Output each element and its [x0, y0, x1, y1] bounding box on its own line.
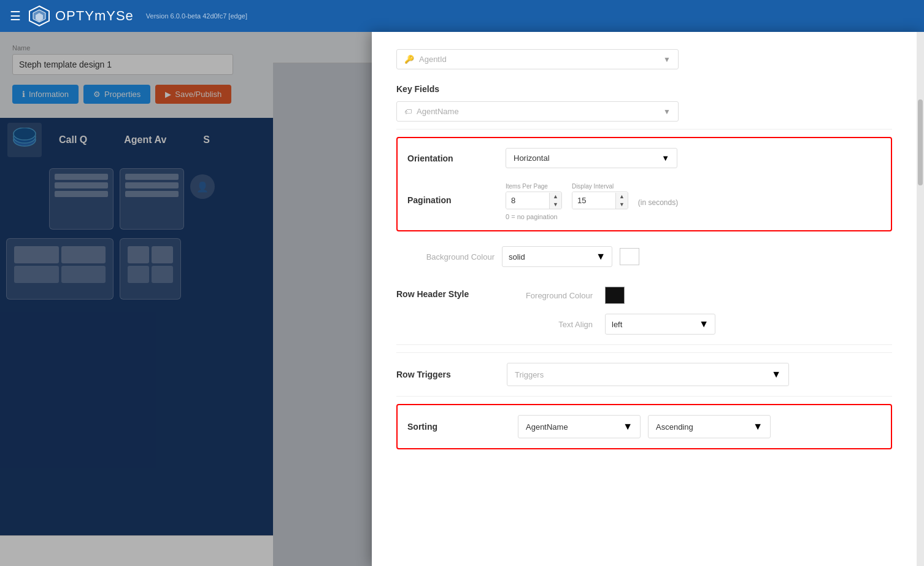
background-colour-select[interactable]: solid ▼ — [502, 246, 612, 267]
app-logo: OPTYmYSe — [28, 5, 134, 27]
triggers-placeholder: Triggers — [515, 370, 771, 379]
text-align-value: left — [612, 320, 699, 329]
orientation-chevron-icon: ▼ — [661, 153, 669, 163]
background-colour-type: solid — [509, 252, 596, 262]
row-header-fields: Foreground Colour Text Align left ▼ — [507, 287, 715, 335]
pagination-controls: Items Per Page ▲ ▼ — [506, 180, 678, 220]
agent-name-chevron-icon: ▼ — [663, 107, 671, 116]
row-triggers-label: Row Triggers — [396, 370, 495, 379]
display-interval-input[interactable] — [572, 192, 615, 209]
items-per-page-spinners: ▲ ▼ — [549, 193, 561, 209]
modal-scrollbar-thumb — [918, 99, 923, 185]
in-seconds-label: (in seconds) — [638, 198, 678, 207]
text-align-select[interactable]: left ▼ — [605, 314, 715, 335]
agent-name-dropdown[interactable]: 🏷 AgentName ▼ — [396, 101, 679, 122]
sort-order-value: Ascending — [656, 422, 753, 432]
orientation-value: Horizontal — [514, 153, 661, 163]
display-interval-input-wrapper: ▲ ▼ — [572, 192, 628, 209]
display-interval-label: Display Interval — [572, 183, 628, 190]
sort-field-value: AgentName — [526, 422, 623, 432]
sort-order-chevron-icon: ▼ — [753, 421, 763, 432]
agent-id-text: AgentId — [419, 55, 447, 64]
background-colour-row: Background Colour solid ▼ — [396, 246, 892, 267]
key-fields-title: Key Fields — [396, 84, 892, 94]
sorting-row: Sorting AgentName ▼ Ascending ▼ — [407, 415, 881, 438]
main-area: ✏️ Designer Name ℹ Information ⚙ Propert… — [0, 32, 924, 566]
chevron-down-icon: ▼ — [663, 55, 671, 64]
display-interval-group: Display Interval ▲ ▼ — [572, 183, 628, 209]
key-icon: 🔑 — [404, 55, 414, 64]
items-per-page-input[interactable] — [506, 192, 549, 209]
row-header-section: Background Colour solid ▼ Row Header Sty… — [396, 239, 892, 353]
background-colour-swatch[interactable] — [620, 248, 639, 265]
sorting-dropdowns: AgentName ▼ Ascending ▼ — [518, 415, 771, 438]
bg-colour-chevron-icon: ▼ — [596, 251, 606, 262]
background-colour-label: Background Colour — [396, 252, 495, 262]
display-interval-down[interactable]: ▼ — [616, 201, 628, 209]
agent-id-dropdown[interactable]: 🔑 AgentId ▼ — [396, 49, 679, 69]
agent-id-row: 🔑 AgentId ▼ — [396, 49, 892, 69]
foreground-colour-label: Foreground Colour — [507, 291, 593, 300]
items-per-page-down[interactable]: ▼ — [550, 201, 561, 209]
tag-icon: 🏷 — [404, 107, 412, 116]
items-per-page-group: Items Per Page ▲ ▼ — [506, 183, 562, 209]
triggers-dropdown[interactable]: Triggers ▼ — [507, 363, 789, 386]
orientation-pagination-section: Orientation Horizontal ▼ Pagination I — [396, 137, 892, 231]
agent-id-content: 🔑 AgentId — [404, 55, 663, 64]
modal-scrollbar[interactable] — [917, 32, 924, 566]
pagination-inputs: Items Per Page ▲ ▼ — [506, 183, 678, 209]
triggers-chevron-icon: ▼ — [771, 369, 781, 380]
display-interval-spinners: ▲ ▼ — [615, 193, 628, 209]
key-fields-section: Key Fields 🏷 AgentName ▼ — [396, 77, 892, 130]
pagination-label: Pagination — [407, 180, 506, 205]
items-per-page-label: Items Per Page — [506, 183, 562, 190]
text-align-row: Text Align left ▼ — [507, 314, 715, 335]
orientation-label: Orientation — [407, 153, 506, 163]
hamburger-menu-icon[interactable]: ☰ — [10, 9, 21, 23]
modal-content: 🔑 AgentId ▼ Key Fields 🏷 AgentName — [372, 32, 917, 494]
app-name: OPTYmYSe — [55, 8, 134, 24]
row-header-style-label: Row Header Style — [396, 287, 495, 299]
pagination-hint: 0 = no pagination — [506, 213, 678, 220]
sort-order-dropdown[interactable]: Ascending ▼ — [648, 415, 771, 438]
items-per-page-up[interactable]: ▲ — [550, 193, 561, 201]
pagination-row: Pagination Items Per Page ▲ ▼ — [407, 180, 881, 220]
modal-scroll[interactable]: 🔑 AgentId ▼ Key Fields 🏷 AgentName — [372, 32, 924, 566]
sorting-section: Sorting AgentName ▼ Ascending ▼ — [396, 404, 892, 449]
bottom-spacer — [396, 457, 892, 481]
agent-name-text: AgentName — [417, 107, 459, 116]
sort-field-chevron-icon: ▼ — [623, 421, 633, 432]
logo-icon — [28, 5, 50, 27]
agent-name-content: 🏷 AgentName — [404, 107, 663, 116]
display-interval-up[interactable]: ▲ — [616, 193, 628, 201]
items-per-page-input-wrapper: ▲ ▼ — [506, 192, 562, 209]
foreground-colour-swatch[interactable] — [605, 287, 625, 304]
text-align-label: Text Align — [507, 320, 593, 329]
sorting-label: Sorting — [407, 422, 506, 432]
orientation-select[interactable]: Horizontal ▼ — [506, 148, 677, 168]
topbar: ☰ OPTYmYSe Version 6.0.0-beta 42d0fc7 [e… — [0, 0, 924, 32]
row-triggers-row: Row Triggers Triggers ▼ — [396, 353, 892, 397]
orientation-row: Orientation Horizontal ▼ — [407, 148, 881, 168]
text-align-chevron-icon: ▼ — [699, 319, 709, 330]
row-header-style-row: Row Header Style Foreground Colour Text … — [396, 277, 892, 345]
modal-panel: 🔑 AgentId ▼ Key Fields 🏷 AgentName — [372, 32, 924, 566]
foreground-colour-row: Foreground Colour — [507, 287, 715, 304]
sort-field-dropdown[interactable]: AgentName ▼ — [518, 415, 641, 438]
version-text: Version 6.0.0-beta 42d0fc7 [edge] — [146, 12, 247, 20]
